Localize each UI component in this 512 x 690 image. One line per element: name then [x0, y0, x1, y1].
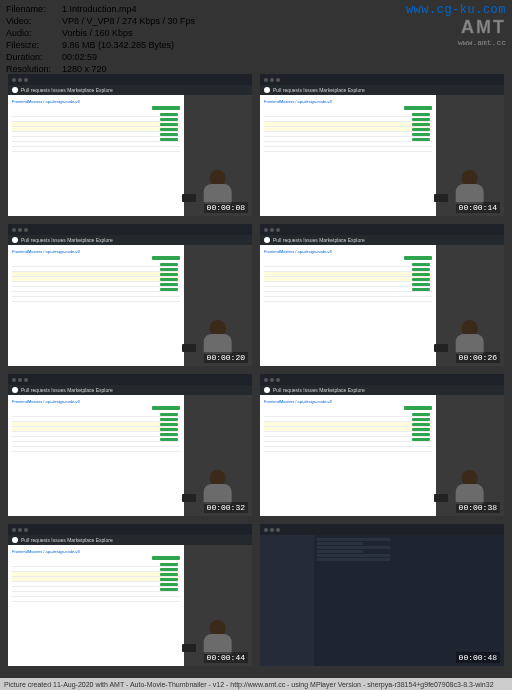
repo-title: FrontendMasters / api-design-node-v3: [264, 399, 432, 404]
label-duration: Duration:: [6, 51, 62, 63]
nav-items: Pull requests Issues Marketplace Explore: [21, 387, 113, 393]
clone-button: [404, 106, 432, 110]
github-icon: [264, 237, 270, 243]
github-navbar: Pull requests Issues Marketplace Explore: [8, 85, 252, 95]
timestamp: 00:00:20: [204, 352, 248, 363]
thumbnail-grid: Pull requests Issues Marketplace Explore…: [8, 74, 504, 666]
value-duration: 00:02:59: [62, 51, 97, 63]
presenter-video: [184, 545, 252, 666]
presenter-video: [436, 395, 504, 516]
file-info-block: Filename: 1 Introduction.mp4 Video: VP8 …: [6, 3, 195, 75]
clone-button: [152, 256, 180, 260]
github-repo-page: FrontendMasters / api-design-node-v3: [8, 395, 184, 516]
github-icon: [12, 87, 18, 93]
video-thumbnail: Pull requests Issues Marketplace Explore…: [8, 74, 252, 216]
editor-titlebar: [260, 524, 504, 535]
browser-titlebar: [260, 74, 504, 85]
browser-titlebar: [8, 524, 252, 535]
repo-title: FrontendMasters / api-design-node-v3: [264, 99, 432, 104]
github-icon: [264, 387, 270, 393]
value-audio: Vorbis / 160 Kbps: [62, 27, 133, 39]
editor-sidebar: [260, 535, 314, 666]
browser-titlebar: [8, 374, 252, 385]
value-resolution: 1280 x 720: [62, 63, 107, 75]
github-repo-page: FrontendMasters / api-design-node-v3: [8, 545, 184, 666]
timestamp: 00:00:48: [456, 652, 500, 663]
repo-title: FrontendMasters / api-design-node-v3: [12, 249, 180, 254]
clone-button: [404, 406, 432, 410]
label-resolution: Resolution:: [6, 63, 62, 75]
github-navbar: Pull requests Issues Marketplace Explore: [260, 85, 504, 95]
nav-items: Pull requests Issues Marketplace Explore: [273, 87, 365, 93]
label-audio: Audio:: [6, 27, 62, 39]
video-thumbnail: Pull requests Issues Marketplace Explore…: [260, 224, 504, 366]
github-repo-page: FrontendMasters / api-design-node-v3: [260, 245, 436, 366]
video-thumbnail: Pull requests Issues Marketplace Explore…: [260, 74, 504, 216]
github-repo-page: FrontendMasters / api-design-node-v3: [260, 95, 436, 216]
timestamp: 00:00:38: [456, 502, 500, 513]
watermark: www.cg-ku.com AMT www.amt.cc: [406, 3, 506, 47]
timestamp: 00:00:14: [456, 202, 500, 213]
timestamp: 00:00:44: [204, 652, 248, 663]
browser-titlebar: [260, 224, 504, 235]
browser-titlebar: [8, 224, 252, 235]
video-thumbnail: Pull requests Issues Marketplace Explore…: [8, 224, 252, 366]
value-filename: 1 Introduction.mp4: [62, 3, 137, 15]
nav-items: Pull requests Issues Marketplace Explore: [21, 87, 113, 93]
github-icon: [264, 87, 270, 93]
watermark-url: www.cg-ku.com: [406, 3, 506, 17]
timestamp: 00:00:26: [456, 352, 500, 363]
browser-titlebar: [260, 374, 504, 385]
video-thumbnail: 00:00:48: [260, 524, 504, 666]
repo-title: FrontendMasters / api-design-node-v3: [12, 549, 180, 554]
clone-button: [404, 256, 432, 260]
github-navbar: Pull requests Issues Marketplace Explore: [260, 235, 504, 245]
clone-button: [152, 106, 180, 110]
watermark-sub: www.amt.cc: [406, 38, 506, 47]
clone-button: [152, 406, 180, 410]
video-thumbnail: Pull requests Issues Marketplace Explore…: [260, 374, 504, 516]
repo-title: FrontendMasters / api-design-node-v3: [12, 99, 180, 104]
value-filesize: 9.86 MB (10.342.285 Bytes): [62, 39, 174, 51]
timestamp: 00:00:08: [204, 202, 248, 213]
editor-main: [314, 535, 504, 666]
video-thumbnail: Pull requests Issues Marketplace Explore…: [8, 524, 252, 666]
presenter-video: [184, 395, 252, 516]
nav-items: Pull requests Issues Marketplace Explore: [273, 237, 365, 243]
presenter-video: [436, 95, 504, 216]
github-repo-page: FrontendMasters / api-design-node-v3: [8, 95, 184, 216]
code-editor: [260, 535, 504, 666]
clone-button: [152, 556, 180, 560]
nav-items: Pull requests Issues Marketplace Explore: [21, 537, 113, 543]
github-navbar: Pull requests Issues Marketplace Explore: [8, 235, 252, 245]
label-filename: Filename:: [6, 3, 62, 15]
value-video: VP8 / V_VP8 / 274 Kbps / 30 Fps: [62, 15, 195, 27]
github-repo-page: FrontendMasters / api-design-node-v3: [260, 395, 436, 516]
github-icon: [12, 387, 18, 393]
repo-title: FrontendMasters / api-design-node-v3: [12, 399, 180, 404]
github-navbar: Pull requests Issues Marketplace Explore: [8, 385, 252, 395]
video-thumbnail: Pull requests Issues Marketplace Explore…: [8, 374, 252, 516]
repo-title: FrontendMasters / api-design-node-v3: [264, 249, 432, 254]
nav-items: Pull requests Issues Marketplace Explore: [273, 387, 365, 393]
presenter-video: [436, 245, 504, 366]
footer-credit: Picture created 11-Aug-2020 with AMT - A…: [0, 678, 512, 690]
github-navbar: Pull requests Issues Marketplace Explore: [8, 535, 252, 545]
nav-items: Pull requests Issues Marketplace Explore: [21, 237, 113, 243]
browser-titlebar: [8, 74, 252, 85]
presenter-video: [184, 245, 252, 366]
watermark-logo: AMT: [406, 17, 506, 38]
github-icon: [12, 237, 18, 243]
github-navbar: Pull requests Issues Marketplace Explore: [260, 385, 504, 395]
github-repo-page: FrontendMasters / api-design-node-v3: [8, 245, 184, 366]
timestamp: 00:00:32: [204, 502, 248, 513]
presenter-video: [184, 95, 252, 216]
label-filesize: Filesize:: [6, 39, 62, 51]
github-icon: [12, 537, 18, 543]
label-video: Video:: [6, 15, 62, 27]
